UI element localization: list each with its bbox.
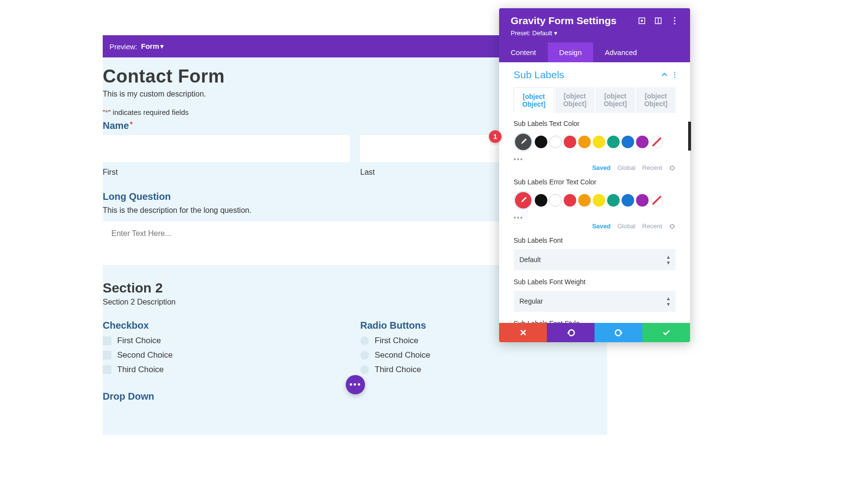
svg-point-7: [674, 72, 676, 73]
color-swatch-teal[interactable]: [607, 194, 620, 207]
color-swatch-orange[interactable]: [578, 136, 591, 148]
collapse-icon[interactable]: [661, 72, 668, 77]
panel-footer: [499, 323, 690, 342]
font-weight-select[interactable]: Regular ▴▾: [514, 291, 676, 312]
color-swatch-white[interactable]: [549, 136, 562, 148]
palette-recent[interactable]: Recent: [642, 164, 662, 171]
section-header-sub-labels[interactable]: Sub Labels: [514, 69, 564, 81]
radio-icon: [360, 336, 369, 345]
palette-saved[interactable]: Saved: [592, 223, 610, 230]
color-swatch-purple[interactable]: [636, 136, 649, 148]
svg-point-5: [674, 20, 676, 22]
color-swatch-teal[interactable]: [607, 136, 620, 148]
select-arrows-icon: ▴▾: [667, 254, 670, 265]
gear-icon[interactable]: [669, 223, 676, 230]
color-swatch-yellow[interactable]: [593, 136, 605, 148]
save-button[interactable]: [642, 323, 690, 342]
color-swatch-none[interactable]: [651, 194, 663, 207]
checkbox-icon: [103, 351, 111, 360]
radio-choice[interactable]: Third Choice: [360, 365, 607, 375]
tab-design[interactable]: Design: [548, 42, 594, 62]
undo-button[interactable]: [547, 323, 595, 342]
more-dots-icon[interactable]: •••: [514, 155, 676, 163]
error-color-label: Sub Labels Error Text Color: [514, 178, 676, 186]
color-swatch-red[interactable]: [564, 136, 576, 148]
color-picker-button[interactable]: [514, 191, 533, 210]
palette-global[interactable]: Global: [617, 223, 636, 230]
checkbox-icon: [103, 365, 111, 374]
first-name-sublabel: First: [103, 168, 350, 177]
color-swatch-blue[interactable]: [622, 136, 634, 148]
responsive-tab[interactable]: [object Object]: [555, 87, 595, 113]
checkbox-icon: [103, 336, 111, 345]
panel-content: Sub Labels [object Object] [object Objec…: [499, 62, 690, 323]
gear-icon[interactable]: [669, 165, 676, 171]
font-label: Sub Labels Font: [514, 237, 676, 244]
color-swatch-blue[interactable]: [622, 194, 634, 207]
responsive-tab[interactable]: [object Object]: [514, 87, 554, 113]
panel-title: Gravity Form Settings: [511, 15, 616, 27]
panel-header: Gravity Form Settings Preset: Default ▾: [499, 8, 690, 42]
caret-down-icon: ▾: [160, 42, 164, 51]
tab-advanced[interactable]: Advanced: [593, 42, 649, 62]
checkbox-choice[interactable]: Second Choice: [103, 350, 350, 360]
panel-tabs: Content Design Advanced: [499, 42, 690, 62]
callout-badge-1: 1: [489, 130, 502, 143]
redo-button[interactable]: [595, 323, 642, 342]
tab-content[interactable]: Content: [499, 42, 548, 62]
checkbox-choice[interactable]: First Choice: [103, 336, 350, 346]
section-more-icon[interactable]: [674, 71, 676, 78]
radio-icon: [360, 365, 369, 374]
color-palette-tabs: Saved Global Recent: [514, 164, 676, 171]
svg-point-9: [674, 77, 676, 78]
responsive-tab[interactable]: [object Object]: [636, 87, 676, 113]
color-swatch-yellow[interactable]: [593, 194, 605, 207]
text-color-row: [514, 132, 676, 152]
palette-saved[interactable]: Saved: [592, 164, 610, 171]
more-dots-icon[interactable]: •••: [514, 214, 676, 222]
settings-panel: Gravity Form Settings Preset: Default ▾ …: [499, 8, 690, 342]
preset-selector[interactable]: Preset: Default ▾: [511, 29, 678, 37]
checkbox-choice[interactable]: Third Choice: [103, 365, 350, 375]
expand-icon[interactable]: [638, 17, 646, 25]
color-picker-button[interactable]: [514, 132, 533, 152]
svg-point-6: [674, 23, 676, 25]
checkbox-label: Checkbox: [103, 320, 350, 331]
more-icon[interactable]: [671, 17, 678, 25]
responsive-tabs: [object Object] [object Object] [object …: [514, 87, 676, 113]
font-style-label: Sub Labels Font Style: [514, 320, 676, 323]
color-swatch-red[interactable]: [564, 194, 576, 207]
palette-recent[interactable]: Recent: [642, 223, 662, 230]
scroll-indicator[interactable]: [688, 122, 691, 151]
snap-icon[interactable]: [654, 17, 662, 25]
preview-value-wrap[interactable]: Form▾: [141, 42, 164, 51]
radio-choice[interactable]: Second Choice: [360, 350, 607, 360]
color-swatch-orange[interactable]: [578, 194, 591, 207]
color-swatch-purple[interactable]: [636, 194, 649, 207]
radio-icon: [360, 351, 369, 360]
font-weight-label: Sub Labels Font Weight: [514, 278, 676, 286]
preview-label: Preview:: [109, 42, 137, 51]
dots-icon: •••: [350, 380, 362, 390]
svg-point-8: [674, 74, 676, 76]
color-swatch-none[interactable]: [651, 136, 663, 148]
font-select[interactable]: Default ▴▾: [514, 249, 676, 270]
module-actions-fab[interactable]: •••: [346, 375, 365, 394]
palette-global[interactable]: Global: [617, 164, 636, 171]
color-swatch-white[interactable]: [549, 194, 562, 207]
checkbox-field: Checkbox First Choice Second Choice Thir…: [103, 320, 350, 379]
select-arrows-icon: ▴▾: [667, 295, 670, 307]
color-swatch-black[interactable]: [535, 136, 547, 148]
error-color-row: [514, 191, 676, 210]
svg-point-1: [641, 20, 643, 22]
text-color-label: Sub Labels Text Color: [514, 120, 676, 127]
responsive-tab[interactable]: [object Object]: [596, 87, 635, 113]
close-button[interactable]: [499, 323, 547, 342]
svg-point-4: [674, 17, 676, 19]
first-name-input[interactable]: [103, 135, 350, 162]
color-palette-tabs: Saved Global Recent: [514, 223, 676, 230]
color-swatch-black[interactable]: [535, 194, 547, 207]
